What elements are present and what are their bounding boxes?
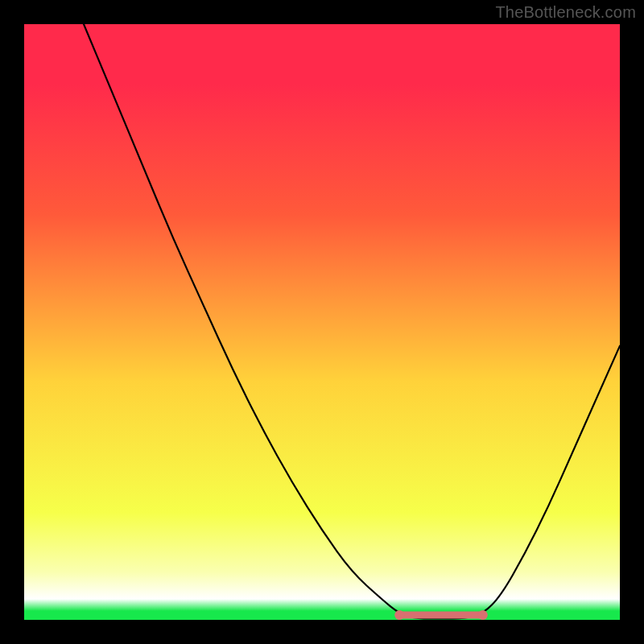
chart-frame: TheBottleneck.com [0, 0, 644, 644]
plot-area [24, 24, 620, 620]
range-marker-end [478, 610, 488, 620]
range-marker-start [394, 610, 404, 620]
chart-svg [24, 24, 620, 620]
watermark-text: TheBottleneck.com [495, 3, 636, 22]
